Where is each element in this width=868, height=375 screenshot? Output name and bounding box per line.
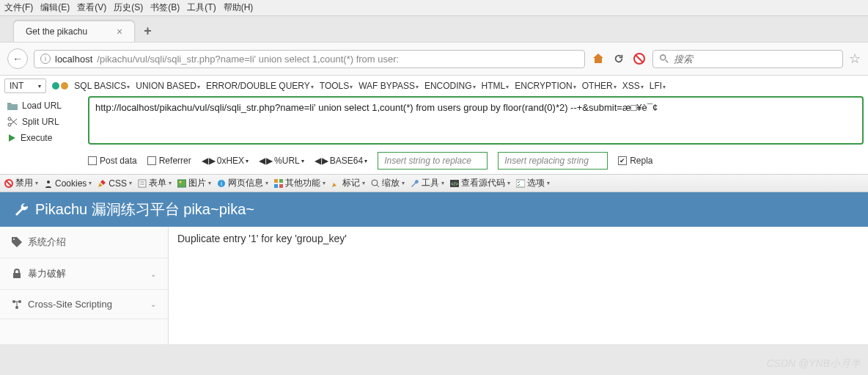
oxhex-button[interactable]: ◀▶0xHEX▾ bbox=[202, 156, 249, 166]
home-icon[interactable] bbox=[591, 51, 606, 66]
svg-rect-12 bbox=[177, 180, 186, 187]
post-data-checkbox[interactable]: Post data bbox=[88, 156, 137, 166]
url-path: /pikachu/vul/sqli/sqli_str.php?name=li' … bbox=[97, 54, 399, 65]
reload-icon[interactable] bbox=[611, 51, 626, 66]
app-title: Pikachu 漏洞练习平台 pika~pika~ bbox=[35, 200, 254, 219]
purl-button[interactable]: ◀▶%URL▾ bbox=[259, 156, 304, 166]
back-button[interactable]: ← bbox=[7, 48, 28, 69]
wrench-icon bbox=[15, 203, 29, 217]
noscript-icon[interactable] bbox=[632, 51, 647, 66]
svg-text:</>: </> bbox=[451, 181, 458, 186]
svg-rect-9 bbox=[139, 180, 146, 187]
sidebar-item-intro[interactable]: 系统介绍 bbox=[0, 227, 168, 258]
svg-point-5 bbox=[8, 123, 11, 126]
svg-line-7 bbox=[6, 181, 12, 186]
lock-icon bbox=[12, 269, 22, 279]
tab-strip: Get the pikachu × + bbox=[0, 16, 868, 42]
svg-point-13 bbox=[180, 181, 182, 183]
address-toolbar: ← i localhost/pikachu/vul/sqli/sqli_str.… bbox=[0, 42, 868, 76]
play-icon bbox=[7, 134, 16, 142]
info-icon[interactable]: i bbox=[40, 54, 51, 64]
chevron-down-icon: ⌄ bbox=[150, 300, 156, 308]
dev-source[interactable]: </>查看源代码▾ bbox=[450, 177, 510, 189]
tab-active[interactable]: Get the pikachu × bbox=[13, 21, 135, 42]
menu-help[interactable]: 帮助(H) bbox=[224, 1, 254, 14]
hackbar-xss[interactable]: XSS▾ bbox=[622, 81, 644, 91]
execute-button[interactable]: Execute bbox=[4, 131, 85, 145]
dev-forms[interactable]: 表单▾ bbox=[138, 177, 172, 189]
dev-cookies[interactable]: Cookies▾ bbox=[44, 178, 92, 189]
menu-edit[interactable]: 编辑(E) bbox=[40, 1, 70, 14]
sidebar-item-xss[interactable]: Cross-Site Scripting ⌄ bbox=[0, 290, 168, 319]
hackbar-sql-basics[interactable]: SQL BASICS▾ bbox=[74, 81, 130, 91]
load-url-button[interactable]: Load URL bbox=[4, 99, 85, 112]
forbidden-icon bbox=[4, 179, 13, 188]
svg-line-3 bbox=[666, 60, 669, 63]
info-icon: i bbox=[217, 179, 226, 188]
hackbar-url-field[interactable]: http://localhost/pikachu/vul/sqli/sqli_s… bbox=[88, 96, 864, 145]
split-url-button[interactable]: Split URL bbox=[4, 115, 85, 128]
checklist-icon bbox=[516, 179, 525, 188]
webdev-toolbar: 禁用▾ Cookies▾ CSS▾ 表单▾ 图片▾ i网页信息▾ 其他功能▾ 标… bbox=[0, 175, 868, 192]
menu-tools[interactable]: 工具(T) bbox=[187, 1, 216, 14]
hackbar-error-double[interactable]: ERROR/DOUBLE QUERY▾ bbox=[206, 81, 314, 91]
svg-line-21 bbox=[377, 185, 379, 187]
svg-point-20 bbox=[372, 180, 378, 186]
svg-point-2 bbox=[661, 55, 666, 60]
insert-replace-field[interactable]: Insert replacing string bbox=[498, 152, 608, 170]
hackbar-menubar: INT▾ SQL BASICS▾ UNION BASED▾ ERROR/DOUB… bbox=[0, 76, 868, 96]
person-icon bbox=[44, 179, 53, 188]
svg-point-8 bbox=[47, 181, 50, 183]
svg-rect-18 bbox=[274, 184, 278, 188]
dev-tools2[interactable]: 工具▾ bbox=[411, 177, 444, 189]
dev-info[interactable]: i网页信息▾ bbox=[217, 177, 268, 189]
folder-icon bbox=[7, 101, 18, 110]
zoom-icon bbox=[371, 179, 380, 188]
flow-icon bbox=[12, 299, 22, 310]
hackbar-html[interactable]: HTML▾ bbox=[482, 81, 510, 91]
pencil-icon bbox=[98, 179, 106, 188]
svg-rect-24 bbox=[516, 180, 525, 187]
close-icon[interactable]: × bbox=[117, 26, 122, 37]
referrer-checkbox[interactable]: Referrer bbox=[147, 156, 191, 166]
hackbar-encryption[interactable]: ENCRYPTION▾ bbox=[515, 81, 575, 91]
int-select[interactable]: INT▾ bbox=[4, 79, 46, 93]
insert-search-field[interactable]: Insert string to replace bbox=[378, 152, 488, 170]
base64-button[interactable]: ◀▶BASE64▾ bbox=[315, 156, 367, 166]
menu-bookmarks[interactable]: 书签(B) bbox=[150, 1, 180, 14]
dev-css[interactable]: CSS▾ bbox=[98, 178, 132, 189]
svg-text:i: i bbox=[221, 180, 222, 187]
svg-rect-26 bbox=[13, 273, 21, 278]
dev-outline[interactable]: 标记▾ bbox=[331, 177, 365, 189]
menu-file[interactable]: 文件(F) bbox=[4, 1, 33, 14]
url-host: localhost bbox=[55, 54, 92, 65]
search-box[interactable] bbox=[652, 50, 843, 68]
new-tab-button[interactable]: + bbox=[144, 23, 152, 39]
hackbar-tools[interactable]: TOOLS▾ bbox=[320, 81, 353, 91]
bookmark-star-icon[interactable]: ☆ bbox=[849, 51, 861, 67]
form-icon bbox=[138, 179, 147, 188]
svg-point-25 bbox=[13, 239, 15, 240]
replace-checkbox[interactable]: ✔Repla bbox=[618, 156, 652, 166]
hackbar-other[interactable]: OTHER▾ bbox=[582, 81, 617, 91]
hackbar-union-based[interactable]: UNION BASED▾ bbox=[136, 81, 200, 91]
menu-history[interactable]: 历史(S) bbox=[114, 1, 143, 14]
db-selector[interactable] bbox=[52, 82, 68, 90]
hackbar-lfi[interactable]: LFI▾ bbox=[650, 81, 666, 91]
menu-view[interactable]: 查看(V) bbox=[77, 1, 106, 14]
hackbar-encoding[interactable]: ENCODING▾ bbox=[424, 81, 476, 91]
sidebar-item-bruteforce[interactable]: 暴力破解 ⌄ bbox=[0, 258, 168, 290]
dev-misc[interactable]: 其他功能▾ bbox=[274, 177, 326, 189]
dev-images[interactable]: 图片▾ bbox=[177, 177, 211, 189]
tag-icon bbox=[12, 237, 22, 247]
dev-options[interactable]: 选项▾ bbox=[516, 177, 550, 189]
wrench-icon bbox=[411, 179, 419, 188]
content-area: 系统介绍 暴力破解 ⌄ Cross-Site Scripting ⌄ Dupli… bbox=[0, 227, 868, 344]
tab-title: Get the pikachu bbox=[26, 26, 87, 37]
search-input[interactable] bbox=[674, 54, 836, 65]
dev-disable[interactable]: 禁用▾ bbox=[4, 177, 38, 189]
dev-resize[interactable]: 缩放▾ bbox=[371, 177, 405, 189]
url-input[interactable]: i localhost/pikachu/vul/sqli/sqli_str.ph… bbox=[34, 50, 585, 68]
menu-bar: 文件(F) 编辑(E) 查看(V) 历史(S) 书签(B) 工具(T) 帮助(H… bbox=[0, 0, 868, 16]
hackbar-waf-bypass[interactable]: WAF BYPASS▾ bbox=[358, 81, 419, 91]
